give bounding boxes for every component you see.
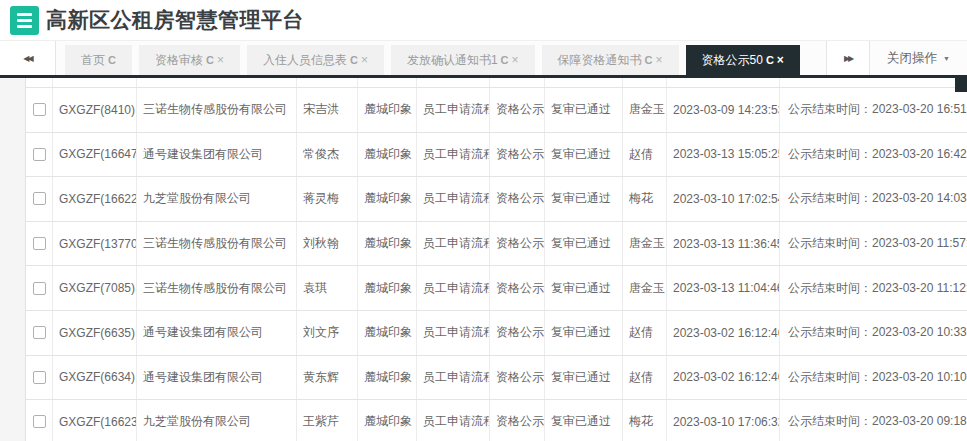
project-name: 麓城印象 [358,177,417,221]
apply-time: 2023-03-13 15:05:25 [667,133,780,177]
checkbox-cell [26,88,53,132]
table-row: GXGZF(6634) 通号建设集团有限公司 黄东辉 麓城印象 员工申请流程 资… [26,356,967,401]
project-name: 麓城印象 [358,222,417,266]
tab-bar: ◀◀ 首页 C 资格审核 C × 入住人员信息表 C × 发放确认通知书1 C … [0,40,967,78]
chevron-double-left-icon: ◀◀ [23,54,31,63]
table-row: GXGZF(6635) 通号建设集团有限公司 刘文序 麓城印象 员工申请流程 资… [26,311,967,356]
apply-time: 2023-03-13 11:04:46 [667,266,780,310]
checkbox-cell [26,133,53,177]
tab-资格审核[interactable]: 资格审核 C × [139,45,240,75]
applicant-name: 常俊杰 [297,133,358,177]
apply-time: 2023-03-10 17:02:54 [667,177,780,221]
application-id: GXGZF(8410) [53,88,137,132]
company-name: 九芝堂股份有限公司 [137,177,297,221]
row-checkbox[interactable] [33,237,46,250]
project-name: 麓城印象 [358,400,417,441]
application-id: GXGZF(16623) [53,400,137,441]
project-name: 麓城印象 [358,133,417,177]
review-result: 复审已通过 [545,88,623,132]
row-checkbox[interactable] [33,148,46,161]
checkbox-cell [26,356,53,400]
tab-发放确认通知书1[interactable]: 发放确认通知书1 C × [391,45,535,75]
company-name: 三诺生物传感股份有限公司 [137,266,297,310]
publicity-end-time: 公示结束时间：2023-03-20 09:18:13 [780,400,967,441]
applicant-name: 袁琪 [297,266,358,310]
application-id: GXGZF(16622) [53,177,137,221]
applicant-name: 刘秋翰 [297,222,358,266]
applicant-name: 宋吉洪 [297,88,358,132]
caret-down-icon: ▼ [943,55,950,62]
scroll-tabs-left-button[interactable]: ◀◀ [0,41,56,75]
review-result: 复审已通过 [545,177,623,221]
project-name: 麓城印象 [358,266,417,310]
row-checkbox[interactable] [33,192,46,205]
close-icon[interactable]: × [217,53,224,67]
row-checkbox[interactable] [33,282,46,295]
refresh-icon[interactable]: C [766,54,774,66]
application-id: GXGZF(6634) [53,356,137,400]
close-icon[interactable]: × [361,53,368,67]
status-text: 资格公示 [490,311,545,355]
checkbox-cell [26,311,53,355]
checkbox-cell [26,266,53,310]
process-type: 员工申请流程 [417,88,490,132]
status-text: 资格公示 [490,400,545,441]
checkbox-cell [26,177,53,221]
close-icon[interactable]: × [512,53,519,67]
checkbox-cell [26,400,53,441]
tab-label: 资格公示50 [702,52,763,69]
reviewer-name: 唐金玉 [623,266,667,310]
applicant-name: 黄东辉 [297,356,358,400]
scrollbar-thumb[interactable] [955,76,967,92]
row-checkbox[interactable] [33,326,46,339]
refresh-icon[interactable]: C [206,54,214,66]
refresh-icon[interactable]: C [645,54,653,66]
refresh-icon[interactable]: C [350,54,358,66]
close-operations-label: 关闭操作 [887,50,937,67]
apply-time: 2023-03-02 16:12:46 [667,311,780,355]
review-result: 复审已通过 [545,133,623,177]
tab-首页[interactable]: 首页 C [65,45,132,75]
tab-保障资格通知书[interactable]: 保障资格通知书 C × [542,45,679,75]
refresh-icon[interactable]: C [501,54,509,66]
table-row: GXGZF(13770) 三诺生物传感股份有限公司 刘秋翰 麓城印象 员工申请流… [26,222,967,267]
project-name: 麓城印象 [358,356,417,400]
row-checkbox[interactable] [33,103,46,116]
partial-row [26,78,967,88]
tab-label: 资格审核 [155,52,203,69]
review-result: 复审已通过 [545,400,623,441]
refresh-icon[interactable]: C [108,54,116,66]
row-checkbox[interactable] [33,415,46,428]
close-operations-dropdown[interactable]: 关闭操作 ▼ [870,41,967,75]
publicity-end-time: 公示结束时间：2023-03-20 10:10:43 [780,356,967,400]
company-name: 通号建设集团有限公司 [137,311,297,355]
tab-资格公示50[interactable]: 资格公示50 C × [686,45,800,75]
review-result: 复审已通过 [545,311,623,355]
publicity-end-time: 公示结束时间：2023-03-20 10:33:59 [780,311,967,355]
applicant-name: 王紫芹 [297,400,358,441]
publicity-end-time: 公示结束时间：2023-03-20 11:12:28 [780,266,967,310]
menu-icon[interactable] [10,6,39,35]
publicity-end-time: 公示结束时间：2023-03-20 14:03:35 [780,177,967,221]
close-icon[interactable]: × [656,53,663,67]
status-text: 资格公示 [490,222,545,266]
reviewer-name: 赵倩 [623,133,667,177]
apply-time: 2023-03-09 14:23:53 [667,88,780,132]
tab-label: 首页 [81,52,105,69]
publicity-end-time: 公示结束时间：2023-03-20 16:42:32 [780,133,967,177]
row-checkbox[interactable] [33,371,46,384]
project-name: 麓城印象 [358,311,417,355]
main-content: GXGZF(8410) 三诺生物传感股份有限公司 宋吉洪 麓城印象 员工申请流程… [0,78,967,441]
app-header: 高新区公租房智慧管理平台 [0,0,967,40]
company-name: 九芝堂股份有限公司 [137,400,297,441]
reviewer-name: 唐金玉 [623,222,667,266]
scroll-tabs-right-button[interactable]: ▶▶ [826,41,870,75]
project-name: 麓城印象 [358,88,417,132]
close-icon[interactable]: × [777,53,784,67]
status-text: 资格公示 [490,266,545,310]
process-type: 员工申请流程 [417,356,490,400]
apply-time: 2023-03-10 17:06:32 [667,400,780,441]
reviewer-name: 梅花 [623,400,667,441]
reviewer-name: 赵倩 [623,356,667,400]
tab-入住人员信息表[interactable]: 入住人员信息表 C × [247,45,384,75]
